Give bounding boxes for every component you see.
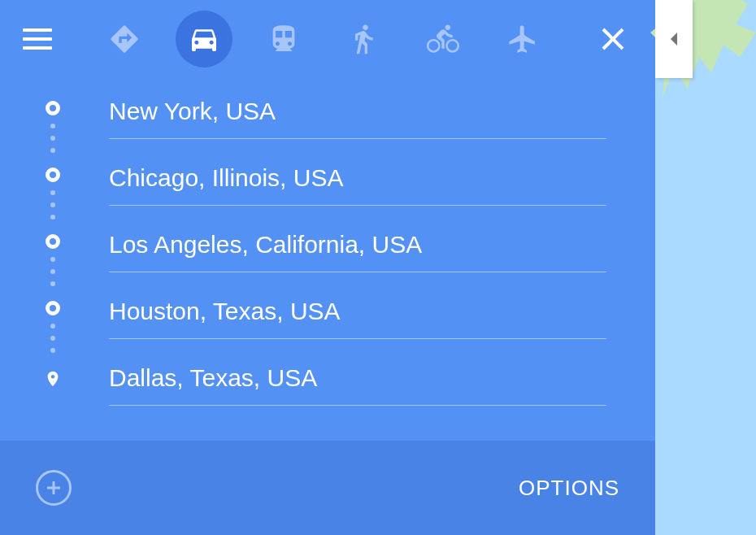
waypoint-input[interactable]	[109, 228, 606, 272]
travel-mode-tabs	[96, 11, 551, 67]
options-button[interactable]: OPTIONS	[519, 476, 619, 501]
waypoint-input[interactable]	[109, 94, 606, 139]
directions-icon[interactable]	[96, 11, 153, 67]
waypoint-input[interactable]	[109, 161, 606, 206]
flights-tab[interactable]	[494, 11, 551, 67]
close-button[interactable]	[593, 20, 632, 59]
walking-tab[interactable]	[335, 11, 392, 67]
driving-tab[interactable]	[176, 11, 232, 67]
waypoint-marker[interactable]	[41, 161, 65, 228]
waypoint-row	[41, 294, 606, 361]
waypoint-row	[41, 361, 606, 406]
route-dots-icon	[50, 182, 55, 228]
waypoint-input[interactable]	[109, 294, 606, 339]
directions-panel: OPTIONS	[0, 0, 655, 535]
waypoint-row	[41, 94, 606, 161]
waypoints-list	[0, 78, 655, 441]
route-dots-icon	[50, 115, 55, 161]
add-destination-button[interactable]	[36, 470, 72, 506]
route-dots-icon	[50, 249, 55, 294]
cycling-tab[interactable]	[415, 11, 471, 67]
waypoint-input[interactable]	[109, 361, 606, 406]
transit-tab[interactable]	[255, 11, 312, 67]
circle-icon	[46, 234, 60, 249]
pin-icon	[44, 368, 62, 394]
menu-button[interactable]	[23, 24, 52, 54]
map-canvas[interactable]	[655, 0, 756, 535]
waypoint-marker[interactable]	[41, 228, 65, 294]
destination-marker[interactable]	[41, 361, 65, 394]
waypoint-row	[41, 161, 606, 228]
circle-icon	[46, 101, 60, 115]
waypoint-row	[41, 228, 606, 294]
collapse-panel-button[interactable]	[655, 0, 693, 78]
topbar	[0, 0, 655, 78]
panel-footer: OPTIONS	[0, 441, 655, 535]
waypoint-marker[interactable]	[41, 94, 65, 161]
chevron-left-icon	[667, 31, 680, 47]
circle-icon	[46, 167, 60, 182]
waypoint-marker[interactable]	[41, 294, 65, 361]
circle-icon	[46, 301, 60, 315]
route-dots-icon	[50, 315, 55, 361]
